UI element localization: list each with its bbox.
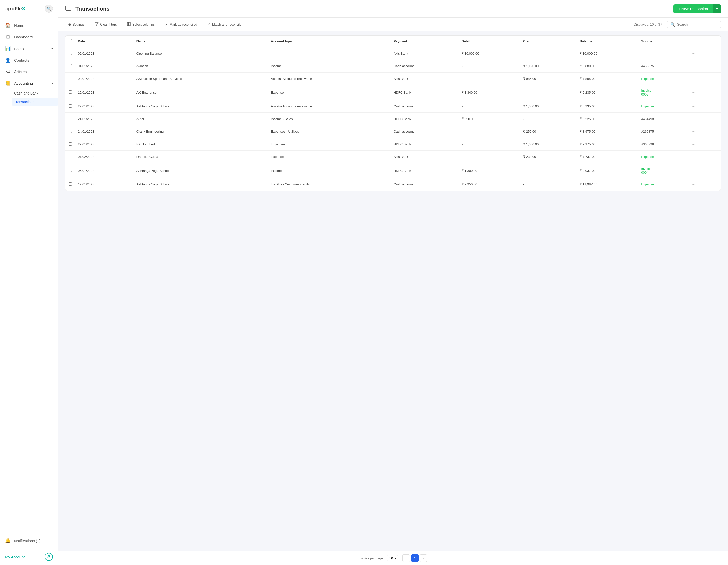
more-options-button[interactable]: ···	[690, 90, 697, 96]
row-checkbox-cell[interactable]	[65, 73, 75, 85]
row-date: 12/01/2023	[75, 178, 133, 191]
source-invoice-link[interactable]: Invoice0002	[641, 89, 651, 96]
row-source: Invoice0002	[638, 85, 687, 100]
row-more-actions[interactable]: ···	[687, 163, 721, 178]
chevron-down-icon: ▾	[716, 7, 718, 11]
next-page-button[interactable]: ›	[420, 554, 427, 562]
row-checkbox[interactable]	[69, 183, 72, 186]
row-more-actions[interactable]: ···	[687, 178, 721, 191]
settings-label: Settings	[73, 23, 84, 26]
sidebar-item-sales[interactable]: 📊 Sales ▾	[0, 43, 58, 54]
match-reconcile-button[interactable]: ⇄ Match and reconcile	[205, 21, 244, 28]
more-options-button[interactable]: ···	[690, 76, 697, 82]
row-checkbox-cell[interactable]	[65, 138, 75, 151]
more-options-button[interactable]: ···	[690, 181, 697, 187]
row-more-actions[interactable]: ···	[687, 151, 721, 163]
global-search-button[interactable]: 🔍	[45, 5, 53, 13]
row-checkbox-cell[interactable]	[65, 125, 75, 138]
notifications-item[interactable]: 🔔 Notifications (1)	[0, 533, 58, 549]
row-checkbox[interactable]	[69, 155, 72, 158]
more-options-button[interactable]: ···	[690, 154, 697, 160]
row-more-actions[interactable]: ···	[687, 47, 721, 60]
new-transaction-button[interactable]: + New Transaction	[673, 4, 713, 13]
row-date: 22/01/2023	[75, 100, 133, 113]
clear-filters-button[interactable]: Clear filters	[92, 20, 119, 28]
row-checkbox-cell[interactable]	[65, 163, 75, 178]
row-account-type: Assets- Accounts receivable	[268, 100, 391, 113]
more-options-button[interactable]: ···	[690, 168, 697, 174]
row-checkbox-cell[interactable]	[65, 85, 75, 100]
sidebar-item-home[interactable]: 🏠 Home	[0, 19, 58, 31]
more-options-button[interactable]: ···	[690, 141, 697, 147]
row-checkbox-cell[interactable]	[65, 60, 75, 73]
row-checkbox[interactable]	[69, 52, 72, 55]
pagination-bar: Entries per page 50 ▾ ‹ 1 ›	[58, 551, 728, 565]
row-checkbox-cell[interactable]	[65, 113, 75, 125]
select-columns-button[interactable]: Select columns	[124, 20, 157, 28]
row-name: Ashtanga Yoga School	[133, 100, 268, 113]
source-expense-link[interactable]: Expense	[641, 155, 654, 159]
row-checkbox[interactable]	[69, 91, 72, 94]
more-options-button[interactable]: ···	[690, 103, 697, 109]
row-payment: HDFC Bank	[391, 85, 459, 100]
row-checkbox-cell[interactable]	[65, 100, 75, 113]
per-page-select[interactable]: 50 ▾	[387, 555, 398, 561]
prev-page-button[interactable]: ‹	[402, 554, 410, 562]
row-credit: ₹ 1,000.00	[520, 100, 577, 113]
sidebar-item-accounting[interactable]: 📒 Accounting ▴	[0, 77, 58, 89]
more-options-button[interactable]: ···	[690, 63, 697, 69]
my-account-label: My Account	[5, 555, 42, 559]
notifications-nav[interactable]: 🔔 Notifications (1)	[5, 535, 53, 546]
new-transaction-dropdown-button[interactable]: ▾	[713, 4, 721, 13]
row-more-actions[interactable]: ···	[687, 100, 721, 113]
row-balance: ₹ 10,000.00	[577, 47, 638, 60]
sidebar-nav: 🏠 Home ⊞ Dashboard 📊 Sales ▾ 👤 Contacts …	[0, 17, 58, 533]
row-checkbox[interactable]	[69, 130, 72, 133]
sidebar-item-contacts[interactable]: 👤 Contacts	[0, 54, 58, 66]
settings-button[interactable]: ⚙ Settings	[65, 21, 87, 28]
row-payment: Cash account	[391, 100, 459, 113]
row-credit: ₹ 985.00	[520, 73, 577, 85]
row-more-actions[interactable]: ···	[687, 60, 721, 73]
sidebar-item-cash-bank[interactable]: Cash and Bank	[14, 89, 58, 98]
row-balance: ₹ 9,225.00	[577, 113, 638, 125]
row-payment: Cash account	[391, 178, 459, 191]
row-more-actions[interactable]: ···	[687, 125, 721, 138]
row-more-actions[interactable]: ···	[687, 73, 721, 85]
row-source: Expense	[638, 151, 687, 163]
row-balance: ₹ 7,737.00	[577, 151, 638, 163]
source-expense-link[interactable]: Expense	[641, 77, 654, 81]
sidebar-item-articles[interactable]: 🏷 Articles	[0, 66, 58, 77]
row-more-actions[interactable]: ···	[687, 138, 721, 151]
row-name: AK Enterprise	[133, 85, 268, 100]
row-checkbox[interactable]	[69, 77, 72, 80]
sidebar-item-dashboard[interactable]: ⊞ Dashboard	[0, 31, 58, 43]
my-account-section[interactable]: My Account	[0, 549, 58, 565]
sidebar-item-label: Sales	[14, 47, 24, 51]
col-balance: Balance	[577, 36, 638, 47]
row-more-actions[interactable]: ···	[687, 85, 721, 100]
more-options-button[interactable]: ···	[690, 50, 697, 56]
more-options-button[interactable]: ···	[690, 116, 697, 122]
source-expense-link[interactable]: Expense	[641, 104, 654, 108]
row-balance: ₹ 11,987.00	[577, 178, 638, 191]
search-input[interactable]	[677, 23, 718, 26]
select-all-checkbox[interactable]	[69, 39, 72, 42]
source-expense-link[interactable]: Expense	[641, 183, 654, 186]
select-all-header[interactable]	[65, 36, 75, 47]
source-invoice-link[interactable]: Invoice0004	[641, 167, 651, 174]
sidebar-item-transactions[interactable]: Transactions	[12, 98, 58, 106]
row-checkbox-cell[interactable]	[65, 151, 75, 163]
row-checkbox[interactable]	[69, 169, 72, 172]
row-checkbox-cell[interactable]	[65, 47, 75, 60]
page-1-button[interactable]: 1	[411, 554, 419, 562]
mark-reconciled-button[interactable]: ✓ Mark as reconciled	[162, 21, 200, 28]
row-checkbox[interactable]	[69, 64, 72, 68]
row-checkbox[interactable]	[69, 142, 72, 146]
row-checkbox-cell[interactable]	[65, 178, 75, 191]
row-checkbox[interactable]	[69, 117, 72, 120]
entries-per-page-label: Entries per page	[359, 556, 383, 560]
more-options-button[interactable]: ···	[690, 128, 697, 135]
row-checkbox[interactable]	[69, 104, 72, 108]
row-more-actions[interactable]: ···	[687, 113, 721, 125]
